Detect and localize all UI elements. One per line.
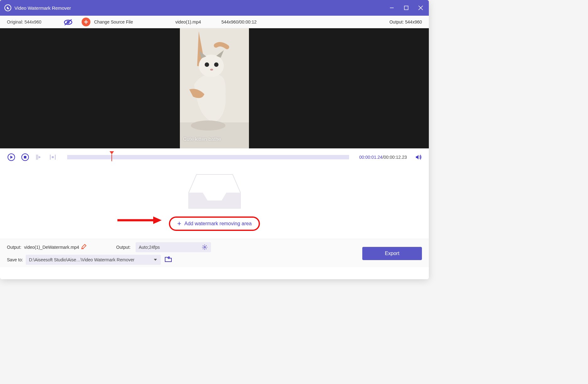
playhead-icon[interactable] [110,151,114,156]
save-path-selector[interactable]: D:\Aiseesoft Studio\Aise…\Video Watermar… [26,255,161,265]
svg-rect-19 [52,156,54,158]
set-start-button[interactable] [35,153,43,162]
minimize-button[interactable] [388,4,396,12]
total-time: /00:00:12.23 [382,155,407,160]
maximize-button[interactable] [402,4,410,12]
save-path-value: D:\Aiseesoft Studio\Aise…\Video Watermar… [29,257,134,262]
settings-gear-icon[interactable] [202,244,208,250]
titlebar: Video Watermark Remover [0,0,429,16]
volume-button[interactable] [415,154,422,161]
output-file-label: Output: [7,245,21,250]
output-filename: video(1)_DeWatermark.mp4 [24,245,79,250]
app-window: Video Watermark Remover Original: 544x96… [0,0,429,279]
empty-tray-icon: name [187,174,242,211]
app-title: Video Watermark Remover [14,5,388,11]
svg-point-11 [199,55,224,77]
save-to-label: Save to: [7,257,23,262]
svg-point-14 [210,69,213,71]
set-end-button[interactable] [48,153,57,162]
output-dimensions-label: Output: 544x960 [389,19,422,24]
add-watermark-area-label: Add watermark removing area [184,221,251,227]
original-dimensions-label: Original: 544x960 [7,19,41,24]
timecode: 00:00:01.24/00:00:12.23 [359,155,407,160]
add-watermark-area-button[interactable]: + Add watermark removing area [169,216,260,231]
chevron-down-icon [153,258,158,262]
svg-point-22 [204,247,206,248]
current-time: 00:00:01.24 [359,155,382,160]
source-filename: video(1).mp4 [175,19,201,24]
change-source-label[interactable]: Change Source File [94,19,133,24]
watermark-dropzone: name + Add watermark removing area [0,166,429,239]
plus-icon: + [177,220,181,227]
close-button[interactable] [417,4,424,12]
timeline-slider[interactable] [67,155,349,159]
add-source-button[interactable] [82,18,90,26]
source-dimensions-time: 544x960/00:00:12 [221,19,256,24]
svg-point-15 [191,120,225,131]
player-controls: 00:00:01.24/00:00:12.23 [0,148,429,166]
svg-rect-1 [404,6,408,10]
info-bar: Original: 544x960 Change Source File vid… [0,16,429,28]
svg-point-13 [214,62,218,67]
stop-button[interactable] [21,153,30,162]
output-format-value: Auto;24fps [139,245,160,250]
open-folder-button[interactable] [165,256,172,264]
output-format-selector[interactable]: Auto;24fps [136,242,211,252]
hide-original-icon[interactable] [63,19,72,25]
arrow-annotation-icon [116,216,163,225]
output-format-label: Output: [114,245,136,250]
svg-rect-18 [24,156,26,158]
play-button[interactable] [7,153,16,162]
export-button[interactable]: Export [362,247,422,260]
video-frame[interactable]: Cute kitten bathe [180,28,249,148]
svg-point-12 [205,62,209,67]
watermark-overlay-text: Cute kitten bathe [183,136,221,142]
video-preview-area: Cute kitten bathe [0,28,429,148]
bottom-bar: Output: video(1)_DeWatermark.mp4 Output:… [0,239,429,267]
app-logo-icon [4,4,11,11]
rename-output-button[interactable] [81,244,87,251]
